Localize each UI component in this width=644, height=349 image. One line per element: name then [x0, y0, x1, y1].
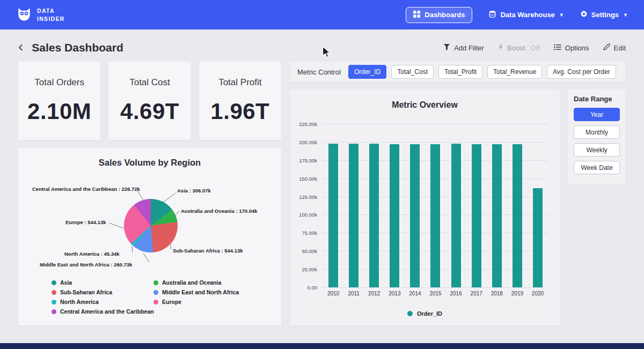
metric-control-label: Metric Control [297, 68, 341, 76]
legend-label: Australia and Oceania [162, 279, 221, 286]
x-tick-label: 2020 [528, 291, 548, 296]
bar-chart-title: Metric Overview [290, 98, 560, 110]
legend-item-central-america-and-the-caribbean: Central America and the Caribbean [52, 308, 154, 315]
boost-label: Boost: [507, 44, 527, 52]
x-tick-label: 2012 [364, 291, 384, 296]
x-tick-label: 2015 [425, 291, 445, 296]
right-column: Metric Control Order_ID Total_Cost Total… [290, 62, 626, 325]
legend-item-europe: Europe [153, 299, 239, 305]
data-warehouse-menu[interactable]: Data Warehouse ▼ [488, 10, 564, 20]
brand-line1: DATA [37, 7, 65, 14]
bar-2016[interactable] [451, 144, 461, 287]
legend-dot [153, 300, 158, 305]
settings-label: Settings [591, 11, 619, 19]
owl-logo-icon [16, 6, 32, 24]
bar-series [323, 124, 548, 287]
bar-2010[interactable] [328, 144, 338, 287]
bar-2019[interactable] [513, 144, 522, 287]
right-bottom: Metric Overview 225.00k200.00k175.00k150… [290, 90, 626, 325]
legend-item-asia: Asia [52, 279, 154, 286]
date-range-button-weekly[interactable]: Weekly [574, 143, 620, 157]
edit-label: Edit [614, 44, 626, 52]
list-options-icon [554, 44, 561, 52]
metric-button-order-id[interactable]: Order_ID [348, 65, 386, 79]
legend-label: Middle East and North Africa [162, 289, 239, 295]
bar-chart-card: Metric Overview 225.00k200.00k175.00k150… [290, 90, 560, 325]
date-range-label: Date Range [574, 95, 620, 103]
date-range-button-week-date[interactable]: Week Date [574, 161, 620, 174]
legend-dot [153, 290, 158, 295]
bar-2012[interactable] [369, 144, 379, 287]
kpi-value: 2.10M [27, 99, 91, 124]
legend-dot [52, 290, 56, 295]
main-content: Total Orders 2.10M Total Cost 4.69T Tota… [0, 62, 644, 325]
legend-label: North America [60, 299, 99, 305]
nav-right: Dashboards Data Warehouse ▼ Settings [406, 7, 628, 23]
metric-button-total-profit[interactable]: Total_Profit [438, 65, 482, 79]
x-tick-label: 2010 [323, 291, 343, 296]
back-button[interactable]: ‹ [18, 41, 23, 52]
kpi-cards: Total Orders 2.10M Total Cost 4.69T Tota… [18, 62, 281, 140]
legend-item-north-america: North America [52, 299, 154, 305]
top-nav: DATA INSIDER Dashboards Data Warehous [0, 0, 644, 29]
pie-callout-asia: Asia : 306.07k [177, 188, 211, 194]
legend-label: Asia [60, 279, 72, 286]
pie-callout-central-america: Central America and the Caribbean : 226.… [32, 186, 140, 192]
page-header: ‹ Sales Dashboard Add Filter Boost: Off [0, 29, 644, 62]
gridline [323, 287, 548, 288]
bar-legend-label: Order_ID [417, 310, 442, 317]
settings-menu[interactable]: Settings ▼ [580, 10, 628, 19]
brand-line2: INSIDER [37, 15, 65, 23]
boost-toggle[interactable]: Boost: Off [498, 43, 540, 53]
pie-callout-europe: Europe : 544.13k [65, 219, 106, 225]
y-tick-label: 150.00k [299, 175, 317, 181]
bar-2015[interactable] [430, 144, 440, 287]
bar-2013[interactable] [390, 144, 399, 287]
add-filter-button[interactable]: Add Filter [443, 43, 484, 52]
legend-label: Sub-Saharan Africa [60, 289, 112, 295]
metric-button-avg-cost-per-order[interactable]: Avg. Cost per Order [547, 65, 616, 79]
pie-callout-australia-oceania: Australia and Oceania : 170.04k [181, 208, 258, 214]
x-tick-label: 2013 [384, 291, 405, 296]
dashboards-button[interactable]: Dashboards [406, 7, 472, 23]
kpi-value: 4.69T [120, 99, 179, 124]
pie-chart[interactable] [124, 199, 178, 253]
y-tick-label: 25.00k [302, 266, 317, 272]
dashboards-label: Dashboards [425, 11, 465, 19]
y-tick-label: 175.00k [299, 157, 317, 163]
x-tick-label: 2016 [446, 291, 466, 296]
x-tick-label: 2019 [507, 291, 528, 296]
database-icon [488, 10, 496, 20]
date-range-button-monthly[interactable]: Monthly [574, 125, 620, 139]
x-tick-label: 2014 [405, 291, 425, 296]
metric-control-bar: Metric Control Order_ID Total_Cost Total… [290, 62, 626, 82]
options-button[interactable]: Options [554, 44, 589, 52]
kpi-label: Total Orders [34, 77, 84, 88]
left-column: Total Orders 2.10M Total Cost 4.69T Tota… [18, 62, 281, 325]
pie-callout-sub-saharan-africa: Sub-Saharan Africa : 544.13k [173, 248, 243, 254]
metric-button-total-cost[interactable]: Total_Cost [391, 65, 434, 79]
bar-plot-area: 225.00k200.00k175.00k150.00k125.00k100.0… [296, 124, 548, 287]
brand-text: DATA INSIDER [37, 7, 65, 22]
metric-button-total-revenue[interactable]: Total_Revenue [487, 65, 542, 79]
bar-2020[interactable] [533, 188, 543, 287]
brand[interactable]: DATA INSIDER [16, 6, 65, 24]
date-range-button-year[interactable]: Year [574, 108, 620, 121]
legend-dot [153, 280, 158, 285]
bar-legend-dot [407, 311, 413, 316]
bar-2018[interactable] [492, 144, 502, 287]
bar-legend: Order_ID [290, 310, 560, 317]
lightning-bolt-icon [498, 43, 503, 53]
legend-label: Central America and the Caribbean [60, 308, 154, 315]
pie-chart-title: Sales Volume by Region [18, 148, 281, 168]
filter-funnel-icon [443, 43, 450, 52]
date-range-panel: Date Range Year Monthly Weekly Week Date [568, 90, 626, 184]
bar-2011[interactable] [349, 144, 358, 287]
pie-callout-middle-east-north-africa: Middle East and North Africa : 260.73k [40, 262, 132, 268]
edit-button[interactable]: Edit [603, 43, 626, 52]
bar-2014[interactable] [410, 144, 420, 287]
bar-2017[interactable] [472, 144, 481, 287]
pie-legend-col: Australia and OceaniaMiddle East and Nor… [153, 279, 239, 305]
boost-state: Off [531, 44, 540, 52]
y-tick-label: 0.00 [308, 285, 318, 291]
